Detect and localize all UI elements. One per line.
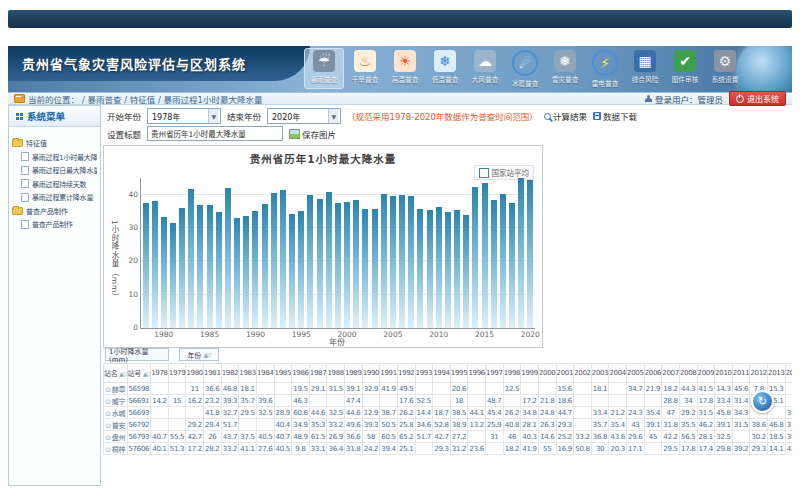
year-column-1990[interactable]: 1990 (362, 364, 380, 383)
table-row-56693[interactable]: ⊙水城5669341.832.729.532.528.960.644.632.5… (104, 407, 793, 419)
station-icon[interactable]: ⊙ (105, 446, 111, 454)
year-column-1979[interactable]: 1979 (168, 364, 186, 383)
menu-icon (15, 112, 23, 120)
table-row-56793[interactable]: ⊙盘州5679340.755.542.72643.737.540.540.748… (104, 431, 793, 443)
rainstorm-icon: ☔ (313, 50, 335, 72)
year-column-2001[interactable]: 2001 (556, 364, 574, 383)
year-column-1987[interactable]: 1987 (309, 364, 327, 383)
station-icon[interactable]: ⊙ (105, 410, 111, 418)
value-cell: 27.6 (256, 443, 274, 455)
table-row-56691[interactable]: ⊙威宁5669114.21516.223.239.335.739.646.347… (104, 395, 793, 407)
station-icon[interactable]: ⊙ (105, 398, 111, 406)
toolbar-item-6[interactable]: ☄冰雹普查 (506, 48, 544, 89)
year-column-1999[interactable]: 1999 (521, 364, 539, 383)
toolbar-item-5[interactable]: ☁大风普查 (466, 48, 504, 89)
value-cell: 32.5 (715, 431, 733, 443)
sidebar-item[interactable]: 暴雨过程日最大降水量 (21, 165, 97, 175)
page-icon (21, 166, 29, 175)
year-column-2014[interactable]: 2014 (785, 364, 792, 383)
year-column-1991[interactable]: 1991 (380, 364, 398, 383)
year-column-1984[interactable]: 1984 (256, 364, 274, 383)
year-column-1994[interactable]: 1994 (433, 364, 451, 383)
year-column-2013[interactable]: 2013 (768, 364, 786, 383)
year-column-1986[interactable]: 1986 (292, 364, 310, 383)
save-image-button[interactable]: 保存图片 (289, 128, 336, 140)
year-column-2007[interactable]: 2007 (662, 364, 680, 383)
sidebar-group-1[interactable]: 特征值 (12, 138, 97, 148)
value-cell: 31.4 (732, 395, 750, 407)
year-column-2009[interactable]: 2009 (697, 364, 715, 383)
table-row-56598[interactable]: ⊙赫章565981136.646.818.119.529.131.539.132… (104, 383, 793, 395)
sidebar-item[interactable]: 暴雨过程1小时最大降水量 (21, 152, 97, 162)
toolbar-item-3[interactable]: ☀高温普查 (386, 48, 424, 89)
year-column-1983[interactable]: 1983 (239, 364, 257, 383)
year-column-1993[interactable]: 1993 (415, 364, 433, 383)
station-icon[interactable]: ⊙ (105, 386, 111, 394)
station-icon[interactable]: ⊙ (105, 422, 111, 430)
floating-refresh-button[interactable]: ↻ (751, 390, 774, 413)
year-column-2006[interactable]: 2006 (644, 364, 662, 383)
toolbar-item-4[interactable]: ❄低温普查 (426, 48, 464, 89)
year-column-2005[interactable]: 2005 (627, 364, 645, 383)
toolbar-item-10[interactable]: ✔图件审核 (666, 48, 704, 89)
year-column-2003[interactable]: 2003 (591, 364, 609, 383)
table-row-57606[interactable]: ⊙桐梓5760640.151.317.228.233.241.127.640.5… (104, 443, 793, 455)
query-controls: 开始年份 1978年 ▼ 结束年份 2020年 ▼ （规范采用1978-2020… (107, 108, 637, 124)
sidebar-group-2[interactable]: 普查产品制作 (12, 206, 97, 216)
year-column-1989[interactable]: 1989 (345, 364, 363, 383)
value-cell: 34.8 (521, 407, 539, 419)
value-cell: 44.3 (679, 383, 697, 395)
value-cell: 26.2 (503, 407, 521, 419)
year-column-1988[interactable]: 1988 (327, 364, 345, 383)
year-column-2010[interactable]: 2010 (715, 364, 733, 383)
sidebar-item[interactable]: 暴雨过程累计降水量 (21, 192, 97, 202)
toolbar-item-7[interactable]: ❅雪灾普查 (546, 48, 584, 89)
chart-title-input[interactable] (147, 126, 283, 141)
column-header-站名[interactable]: 站名 ▲▽ (104, 364, 128, 383)
calculate-button[interactable]: 计算结果 (544, 110, 587, 122)
folder-icon (12, 139, 23, 147)
year-column-2000[interactable]: 2000 (538, 364, 556, 383)
station-icon[interactable]: ⊙ (105, 434, 111, 442)
value-cell: 19.5 (292, 383, 310, 395)
year-column-1978[interactable]: 1978 (151, 364, 169, 383)
toolbar-item-label: 低温普查 (427, 74, 463, 84)
value-cell: 36.6 (204, 383, 222, 395)
sort-icons[interactable]: ▲▽ (119, 370, 126, 377)
metric-chip[interactable]: 1小时降水量(mm) (105, 348, 169, 361)
year-column-1981[interactable]: 1981 (204, 364, 222, 383)
toolbar-item-label: 干旱普查 (347, 74, 383, 84)
sidebar-item[interactable]: 暴雨过程持续天数 (21, 179, 97, 189)
sidebar-item[interactable]: 普查产品制作 (21, 219, 97, 229)
toolbar-item-1[interactable]: ☔暴雨普查 (304, 48, 344, 89)
year-column-2002[interactable]: 2002 (574, 364, 592, 383)
year-column-1992[interactable]: 1992 (397, 364, 415, 383)
toolbar-item-11[interactable]: ⚙系统设置 (706, 48, 744, 89)
start-year-select[interactable]: 1978年 ▼ (147, 108, 221, 124)
year-column-2012[interactable]: 2012 (750, 364, 768, 383)
year-column-1985[interactable]: 1985 (274, 364, 292, 383)
value-cell: 14.2 (151, 395, 169, 407)
year-column-1995[interactable]: 1995 (450, 364, 468, 383)
column-header-站号[interactable]: 站号 ▲▽ (127, 364, 151, 383)
value-cell: 29.8 (715, 443, 733, 455)
toolbar-item-8[interactable]: ⚡雷电普查 (586, 48, 624, 89)
composite-risk-icon: ▦ (634, 50, 656, 72)
year-column-1997[interactable]: 1997 (486, 364, 504, 383)
year-sort-chip[interactable]: 年份 ▲▽ (179, 348, 219, 361)
table-row-56792[interactable]: ⊙普安5679229.229.451.740.434.935.333.249.6… (104, 419, 793, 431)
sort-icons[interactable]: ▲▽ (143, 370, 150, 377)
year-column-2008[interactable]: 2008 (679, 364, 697, 383)
end-year-select[interactable]: 2020年 ▼ (267, 108, 341, 124)
toolbar-item-2[interactable]: ♨干旱普查 (346, 48, 384, 89)
logout-button[interactable]: 退出系统 (729, 91, 786, 106)
download-button[interactable]: 数据下载 (593, 110, 637, 122)
bar-2010 (436, 207, 442, 328)
year-column-1998[interactable]: 1998 (503, 364, 521, 383)
year-column-2011[interactable]: 2011 (732, 364, 750, 383)
year-column-2004[interactable]: 2004 (609, 364, 627, 383)
toolbar-item-9[interactable]: ▦综合风险 (626, 48, 664, 89)
year-column-1996[interactable]: 1996 (468, 364, 486, 383)
year-column-1982[interactable]: 1982 (221, 364, 239, 383)
year-column-1980[interactable]: 1980 (186, 364, 204, 383)
